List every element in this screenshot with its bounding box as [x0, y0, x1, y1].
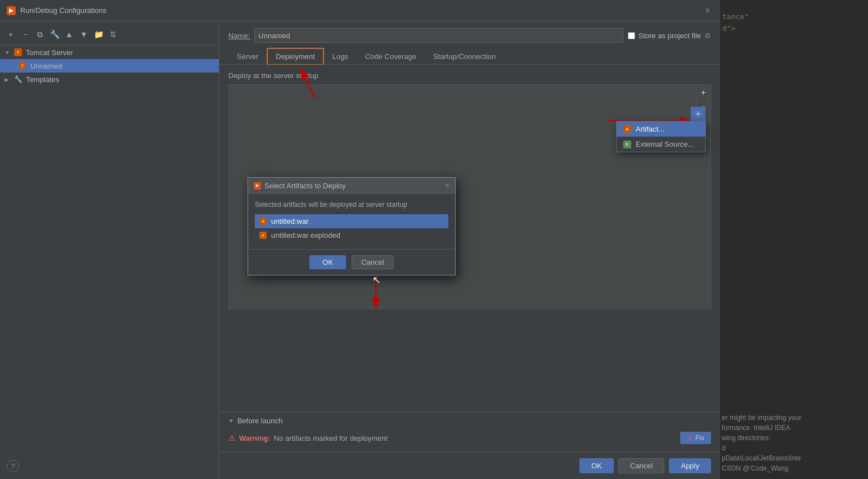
- editor-bottom: er might be impacting your formance. Int…: [716, 407, 868, 479]
- artifact-icon: A: [623, 125, 631, 133]
- name-row: Name: Store as project file ⚙: [219, 21, 720, 47]
- templates-expand-icon: ▶: [5, 76, 14, 83]
- apply-button[interactable]: Apply: [669, 458, 711, 473]
- editor-line2: d">: [722, 24, 735, 33]
- warning-text: ⚠ Warning: No artifacts marked for deplo…: [228, 433, 388, 442]
- warning-bar: ⚠ Warning: No artifacts marked for deplo…: [228, 428, 711, 448]
- unnamed-icon: T: [18, 61, 27, 70]
- tree-item-unnamed[interactable]: T Unnamed: [0, 59, 219, 73]
- tomcat-icon: T: [14, 48, 23, 57]
- select-artifacts-dialog: ▶ Select Artifacts to Deploy × Selected …: [248, 177, 456, 275]
- tree-item-templates[interactable]: ▶ 🔧 Templates: [0, 73, 219, 86]
- tomcat-expand-icon: ▼: [5, 49, 14, 56]
- tabs-bar: Server Deployment Logs Code Coverage Sta…: [219, 47, 720, 65]
- editor-bottom-line2: formance. IntelliJ IDEA: [722, 423, 862, 433]
- cancel-button[interactable]: Cancel: [618, 458, 664, 473]
- dropdown-artifact-item[interactable]: A Artifact...: [617, 121, 705, 137]
- templates-label: Templates: [26, 75, 59, 84]
- remove-config-button[interactable]: −: [19, 28, 32, 40]
- warning-bold: Warning:: [239, 434, 271, 442]
- tab-server[interactable]: Server: [228, 48, 267, 64]
- ok-button[interactable]: OK: [579, 458, 614, 473]
- sidebar-toolbar: + − ⧉ 🔧 ▲ ▼ 📁 ⇅: [0, 26, 219, 46]
- artifact-item-war-exploded[interactable]: A untitled:war exploded: [255, 228, 448, 242]
- deploy-section-label: Deploy at the server startup: [228, 71, 711, 80]
- unnamed-label: Unnamed: [30, 62, 62, 70]
- store-checkbox-area: Store as project file ⚙: [628, 31, 711, 40]
- tomcat-label: Tomcat Server: [26, 48, 73, 57]
- external-source-label: External Source...: [636, 140, 694, 148]
- fix-label: Fix: [695, 434, 704, 442]
- artifact-war-label: untitled:war: [271, 217, 308, 225]
- artifact-war-icon: A: [259, 218, 267, 225]
- name-input[interactable]: [254, 28, 623, 43]
- editor-line1: tance": [722, 12, 749, 21]
- warning-message: No artifacts marked for deployment: [274, 434, 388, 442]
- editor-background: tance" d"> er might be impacting your fo…: [716, 0, 868, 479]
- artifacts-ok-label: OK: [322, 258, 333, 266]
- move-down-button[interactable]: ▼: [78, 28, 90, 40]
- copy-config-button[interactable]: ⧉: [34, 28, 46, 40]
- artifacts-close-button[interactable]: ×: [445, 181, 449, 190]
- add-dropdown-popup: A Artifact... E External Source...: [616, 121, 706, 152]
- editor-bottom-line3: wing directories:: [722, 433, 862, 443]
- before-launch-label: Before launch: [237, 417, 282, 425]
- artifacts-cancel-button[interactable]: Cancel: [352, 255, 393, 269]
- store-as-project-label: Store as project file: [638, 31, 701, 40]
- artifacts-dialog-title: Select Artifacts to Deploy: [264, 182, 346, 190]
- deploy-add-button[interactable]: +: [698, 87, 709, 98]
- app-icon: ▶: [7, 6, 16, 15]
- fix-button[interactable]: ⚠ Fix: [680, 432, 711, 444]
- editor-bottom-line4: d: [722, 443, 862, 453]
- artifacts-cancel-label: Cancel: [361, 258, 384, 266]
- editor-bottom-line1: er might be impacting your: [722, 413, 862, 423]
- artifacts-dialog-icon: ▶: [254, 182, 261, 189]
- artifacts-title-bar: ▶ Select Artifacts to Deploy ×: [248, 178, 455, 194]
- before-launch-header[interactable]: ▼ Before launch: [228, 417, 711, 425]
- help-button[interactable]: ?: [7, 460, 19, 472]
- dialog-title: Run/Debug Configurations: [20, 6, 106, 15]
- sidebar: + − ⧉ 🔧 ▲ ▼ 📁 ⇅ ▼ T Tomcat Server T: [0, 21, 219, 479]
- editor-bottom-line5: pData\Local\JetBrains\Inte: [722, 453, 862, 463]
- tree-item-tomcat[interactable]: ▼ T Tomcat Server: [0, 46, 219, 59]
- editor-bottom-line6: CSDN @'Code_Wang: [722, 463, 862, 473]
- move-to-folder-button[interactable]: 📁: [92, 28, 105, 40]
- tab-logs[interactable]: Logs: [324, 48, 357, 64]
- artifacts-dialog-buttons: OK Cancel: [248, 249, 455, 275]
- artifacts-title-left: ▶ Select Artifacts to Deploy: [254, 182, 346, 190]
- external-source-icon: E: [623, 141, 631, 148]
- artifacts-body: Selected artifacts will be deployed at s…: [248, 194, 455, 249]
- tab-code-coverage[interactable]: Code Coverage: [357, 48, 425, 64]
- bottom-buttons: OK Cancel Apply: [219, 452, 720, 479]
- artifact-war-exploded-label: untitled:war exploded: [271, 231, 340, 239]
- edit-defaults-button[interactable]: 🔧: [48, 28, 61, 40]
- warning-icon: ⚠: [228, 433, 236, 442]
- artifacts-ok-button[interactable]: OK: [309, 255, 346, 269]
- before-launch-collapse-icon: ▼: [228, 418, 234, 424]
- deploy-add-popup-trigger[interactable]: +: [691, 107, 705, 121]
- artifact-item-war[interactable]: A untitled:war: [255, 214, 448, 228]
- tab-deployment[interactable]: Deployment: [267, 48, 323, 65]
- sort-button[interactable]: ⇅: [107, 28, 119, 40]
- artifacts-description: Selected artifacts will be deployed at s…: [255, 201, 448, 209]
- move-up-button[interactable]: ▲: [63, 28, 75, 40]
- title-bar: ▶ Run/Debug Configurations ×: [0, 0, 720, 21]
- artifact-label: Artifact...: [636, 125, 664, 133]
- title-bar-left: ▶ Run/Debug Configurations: [7, 6, 106, 15]
- editor-code: tance" d">: [717, 0, 868, 46]
- fix-icon: ⚠: [687, 434, 693, 442]
- add-config-button[interactable]: +: [5, 28, 17, 40]
- name-label: Name:: [228, 31, 250, 40]
- templates-icon: 🔧: [14, 75, 23, 84]
- artifact-war-exploded-icon: A: [259, 232, 267, 239]
- tab-startup-connection[interactable]: Startup/Connection: [425, 48, 504, 64]
- store-as-project-checkbox[interactable]: [628, 32, 635, 39]
- gear-icon[interactable]: ⚙: [704, 31, 711, 40]
- dropdown-external-source-item[interactable]: E External Source...: [617, 137, 705, 152]
- close-button[interactable]: ×: [702, 5, 713, 16]
- before-launch-section: ▼ Before launch ⚠ Warning: No artifacts …: [219, 412, 720, 452]
